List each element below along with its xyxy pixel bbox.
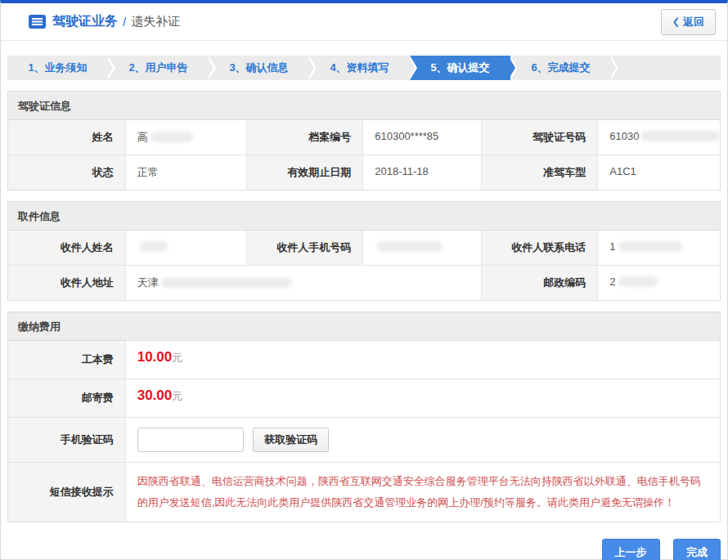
sms-code-input[interactable]: [137, 428, 244, 452]
expiry-value: 2018-11-18: [362, 155, 480, 190]
redacted-text: [377, 241, 443, 252]
step-business-notice[interactable]: 1、业务须知: [7, 56, 108, 80]
recipient-name-value: [125, 231, 246, 265]
license-no-label: 驾驶证号码: [481, 120, 598, 155]
license-no-value: 61030: [597, 120, 720, 155]
finish-button[interactable]: 完成: [673, 539, 721, 560]
license-section-title: 驾驶证信息: [8, 92, 720, 120]
table-row: 收件人姓名 收件人手机号码 收件人联系电话 1: [8, 231, 720, 265]
sms-code-label: 手机验证码: [8, 418, 125, 462]
file-no-value: 610300****85: [362, 120, 480, 155]
get-code-button[interactable]: 获取验证码: [253, 428, 329, 452]
recipient-address-value: 天津: [125, 266, 481, 300]
redacted-text: [161, 277, 292, 288]
prev-step-button[interactable]: 上一步: [602, 539, 660, 560]
redacted-text: [140, 241, 168, 252]
name-label: 姓名: [8, 120, 125, 155]
license-info-section: 驾驶证信息 姓名 高 档案编号 610300****85 驾驶证号码 61030…: [7, 91, 721, 190]
step-data-fill[interactable]: 4、资料填写: [309, 56, 410, 80]
postal-code-label: 邮政编码: [481, 266, 598, 300]
production-fee-row: 工本费 10.00元: [8, 341, 720, 379]
redacted-text: [618, 276, 658, 287]
name-value: 高: [125, 120, 246, 155]
redacted-text: [618, 241, 682, 252]
postage-fee-value: 30.00元: [125, 379, 720, 417]
back-button-label: 返回: [683, 15, 704, 29]
postage-fee-label: 邮寄费: [8, 379, 125, 417]
payment-section: 缴纳费用 工本费 10.00元 邮寄费 30.00元 手机验证码 获取验证码 短…: [7, 311, 721, 522]
breadcrumb-divider: /: [123, 15, 126, 29]
recipient-phone-value: 1: [597, 231, 720, 265]
vehicle-class-value: A1C1: [597, 155, 720, 190]
status-label: 状态: [8, 155, 125, 190]
sms-code-cell: 获取验证码: [125, 418, 720, 462]
vehicle-class-label: 准驾车型: [481, 155, 598, 190]
redacted-text: [641, 131, 719, 141]
recipient-mobile-label: 收件人手机号码: [246, 231, 363, 265]
table-row: 姓名 高 档案编号 610300****85 驾驶证号码 61030: [8, 120, 720, 155]
payment-section-title: 缴纳费用: [8, 312, 720, 341]
step-user-declaration[interactable]: 2、用户申告: [108, 56, 209, 80]
sms-notice-row: 短信接收提示 因陕西省联通、电信运营商技术问题，陕西省互联网交通安全综合服务管理…: [8, 462, 720, 522]
table-row: 收件人地址 天津 邮政编码 2: [8, 265, 720, 300]
page-header: 驾驶证业务 / 遗失补证 ❮ 返回: [1, 3, 727, 41]
recipient-phone-label: 收件人联系电话: [481, 231, 598, 265]
sms-notice-label: 短信接收提示: [8, 463, 125, 522]
chevron-left-icon: ❮: [672, 16, 680, 27]
fee-unit: 元: [172, 390, 182, 402]
step-complete-submit[interactable]: 6、完成提交: [510, 56, 611, 80]
redacted-text: [151, 132, 193, 142]
list-icon: [29, 15, 46, 29]
postage-fee-amount: 30.00: [137, 388, 173, 403]
postal-code-value: 2: [597, 266, 720, 300]
production-fee-value: 10.00元: [125, 341, 720, 379]
fee-unit: 元: [172, 352, 182, 364]
postage-fee-row: 邮寄费 30.00元: [8, 379, 720, 417]
page-container: 驾驶证业务 / 遗失补证 ❮ 返回 1、业务须知 2、用户申告 3、确认信息 4…: [0, 0, 728, 560]
production-fee-amount: 10.00: [137, 349, 173, 365]
file-no-label: 档案编号: [246, 120, 363, 155]
page-title: 驾驶证业务: [52, 13, 118, 30]
step-nav: 1、业务须知 2、用户申告 3、确认信息 4、资料填写 5、确认提交 6、完成提…: [7, 56, 721, 80]
back-button[interactable]: ❮ 返回: [661, 9, 716, 35]
recipient-name-label: 收件人姓名: [8, 231, 125, 265]
pickup-section-title: 取件信息: [8, 202, 720, 231]
recipient-mobile-value: [362, 231, 480, 265]
footer-actions: 上一步 完成: [1, 539, 721, 560]
sms-code-row: 手机验证码 获取验证码: [8, 417, 720, 462]
recipient-address-label: 收件人地址: [8, 266, 125, 300]
page-subtitle: 遗失补证: [131, 14, 180, 29]
pickup-info-section: 取件信息 收件人姓名 收件人手机号码 收件人联系电话 1 收件人地址 天津 邮政…: [7, 201, 721, 301]
step-confirm-info[interactable]: 3、确认信息: [209, 56, 309, 80]
sms-notice-text: 因陕西省联通、电信运营商技术问题，陕西省互联网交通安全综合服务管理平台无法向持陕…: [125, 463, 720, 522]
expiry-label: 有效期止日期: [246, 155, 363, 190]
status-value: 正常: [125, 155, 246, 190]
table-row: 状态 正常 有效期止日期 2018-11-18 准驾车型 A1C1: [8, 155, 720, 190]
production-fee-label: 工本费: [8, 341, 125, 379]
step-confirm-submit[interactable]: 5、确认提交: [410, 56, 510, 80]
